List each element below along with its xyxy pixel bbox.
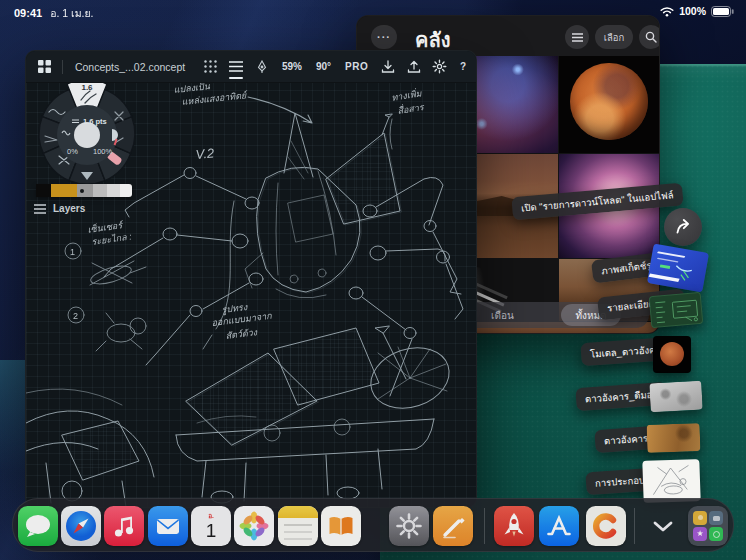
library-mini-yellow [693, 511, 707, 525]
opacity-value: 100% [93, 147, 113, 156]
share-forward-button[interactable] [664, 208, 702, 246]
selected-swatch-dot [80, 189, 84, 193]
status-bar: 09:41 อ. 1 เม.ย. 100% [0, 0, 746, 24]
zoom-level[interactable]: 59% [282, 61, 302, 72]
dock-app-safari[interactable] [61, 506, 101, 546]
circled-number-1: 1 [70, 247, 75, 257]
dock-app-calendar[interactable]: อ. 1 [191, 506, 231, 546]
dock-app-concepts[interactable] [586, 506, 626, 546]
view-options-button[interactable] [565, 25, 589, 49]
wifi-icon [660, 6, 674, 17]
help-button[interactable]: ? [460, 61, 466, 72]
thumb-deimos-gray-map[interactable] [649, 381, 702, 413]
dock-app-library[interactable]: ★ [688, 506, 728, 546]
concepts-c-icon [591, 511, 621, 541]
more-menu-button[interactable]: ··· [371, 25, 397, 49]
dock-app-mail[interactable] [148, 506, 188, 546]
stroke-size-label: 1.6 pts [83, 117, 107, 126]
swatch-light-gray[interactable] [93, 184, 107, 197]
clock: 09:41 [14, 7, 42, 19]
pen-icon [433, 506, 473, 546]
thumb-green-circuit-card[interactable] [649, 292, 704, 328]
library-mini-blue [709, 511, 723, 525]
compass-icon [61, 506, 101, 546]
concepts-sketch-window: Concepts_...02.concept 59% 90° PRO [25, 50, 477, 508]
segment-months[interactable]: เดือน [491, 308, 514, 323]
open-book-icon [321, 506, 361, 546]
swatch-white[interactable] [120, 184, 132, 197]
concepts-toolbar: Concepts_...02.concept 59% 90° PRO [26, 51, 476, 83]
swatch-lighter-gray[interactable] [107, 184, 120, 197]
document-title[interactable]: Concepts_...02.concept [75, 61, 185, 73]
toolbar-divider [62, 60, 63, 74]
vector-nib-icon[interactable] [251, 56, 273, 78]
tool-wheel[interactable]: 1.6 1.6 pts 0% 100% [31, 78, 143, 190]
dock-app-appstore[interactable] [539, 506, 579, 546]
color-swatch-bar[interactable] [36, 184, 132, 197]
status-date: อ. 1 เม.ย. [50, 5, 93, 22]
menu-lines-icon-active[interactable] [225, 56, 247, 78]
thumb-assembly-sketch[interactable] [642, 459, 700, 503]
thumb-mars-terrain-map[interactable] [647, 423, 701, 453]
export-share-icon[interactable] [403, 56, 425, 78]
rotation-value[interactable]: 90° [316, 61, 331, 72]
dock-divider [484, 508, 485, 544]
dock-chevron-button[interactable] [649, 516, 677, 536]
rocket-icon [494, 506, 534, 546]
dock-app-notes[interactable] [278, 506, 318, 546]
chat-bubble-icon [18, 506, 58, 546]
ipad-screen: 09:41 อ. 1 เม.ย. 100% เดือน ทั้งหมด [0, 0, 746, 560]
library-mini-purple-star: ★ [693, 527, 707, 541]
smoothness-value: 0% [67, 147, 78, 156]
dock-divider-2 [634, 508, 635, 544]
select-button[interactable]: เลือก [595, 25, 633, 49]
svg-text:สัตว์ด้วง: สัตว์ด้วง [225, 327, 258, 341]
svg-text:ออกแบบมาจาก: ออกแบบมาจาก [211, 311, 273, 328]
calendar-day: 1 [191, 521, 231, 540]
layers-panel-header[interactable]: Layers [34, 203, 85, 214]
forward-arrow-icon [672, 216, 694, 238]
flower-icon [234, 506, 274, 546]
search-button[interactable] [639, 25, 660, 49]
dock-app-photos[interactable] [234, 506, 274, 546]
annotation-solar: แปลงเป็น [173, 83, 211, 95]
dock-app-messages[interactable] [18, 506, 58, 546]
layers-label: Layers [53, 203, 85, 214]
dock-app-music[interactable] [104, 506, 144, 546]
battery-icon [711, 6, 734, 17]
music-note-icon [104, 506, 144, 546]
gear-icon [395, 512, 423, 540]
swatch-black[interactable] [36, 184, 51, 197]
import-icon[interactable] [377, 56, 399, 78]
appstore-a-icon [539, 506, 579, 546]
circled-number-2: 2 [73, 311, 78, 321]
objects-grid-icon[interactable] [199, 56, 221, 78]
annotation-comms: ทางเพิ่ม [390, 86, 423, 103]
photo-mars-globe[interactable] [559, 56, 660, 153]
pro-badge[interactable]: PRO [345, 61, 368, 72]
notes-yellow-strip [278, 506, 318, 518]
dock-app-rocket[interactable] [494, 506, 534, 546]
svg-text:สื่อสาร: สื่อสาร [396, 100, 425, 116]
gallery-grid-icon[interactable] [34, 56, 56, 78]
annotation-version: V.2 [195, 145, 216, 162]
settings-gear-icon[interactable] [429, 56, 451, 78]
dock-app-sketch-pen[interactable] [433, 506, 473, 546]
envelope-icon [148, 506, 188, 546]
chevron-down-icon [653, 521, 673, 532]
layers-menu-icon [34, 204, 46, 214]
dock-app-settings[interactable] [389, 506, 429, 546]
thumb-mars-photo[interactable] [653, 336, 691, 373]
library-mini-green [709, 527, 723, 541]
battery-percent: 100% [679, 5, 706, 17]
dock: อ. 1 [12, 498, 734, 552]
dock-app-books[interactable] [321, 506, 361, 546]
active-tool-size: 1.6 [81, 83, 93, 92]
swatch-gold[interactable] [51, 184, 77, 197]
